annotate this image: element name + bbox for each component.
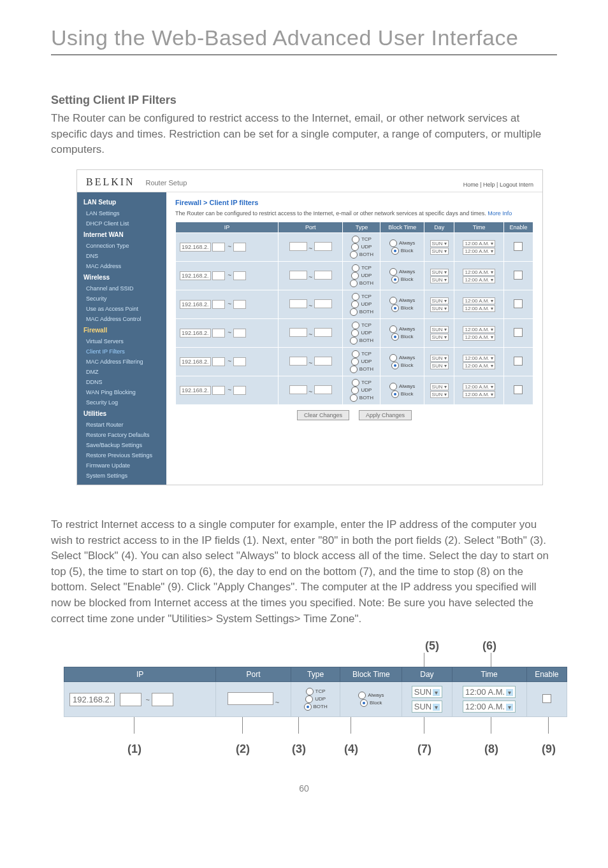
sidebar-item[interactable]: Restore Previous Settings	[77, 450, 166, 460]
port-input[interactable]	[289, 357, 307, 366]
day-select[interactable]: SUN ▾	[430, 240, 449, 247]
type-radio[interactable]	[350, 366, 358, 373]
top-links[interactable]: Home | Help | Logout Intern	[463, 181, 533, 188]
ip-start-input[interactable]	[120, 693, 141, 706]
block-radio[interactable]	[389, 325, 397, 333]
enable-checkbox[interactable]	[514, 385, 523, 394]
sidebar-item[interactable]: Security Log	[77, 397, 166, 408]
type-radio[interactable]	[351, 387, 359, 394]
sidebar-item[interactable]: Client IP Filters	[77, 346, 166, 357]
sidebar-item[interactable]: Virtual Servers	[77, 336, 166, 346]
port-input[interactable]	[289, 385, 307, 394]
block-always-radio[interactable]	[358, 692, 366, 699]
block-radio[interactable]	[391, 390, 399, 398]
enable-checkbox[interactable]	[514, 299, 523, 308]
sidebar-item[interactable]: DDNS	[77, 377, 166, 387]
enable-checkbox[interactable]	[514, 271, 523, 280]
port-input[interactable]	[314, 242, 332, 251]
port-input[interactable]	[289, 271, 307, 280]
sidebar-item[interactable]: DMZ	[77, 367, 166, 377]
sidebar-item[interactable]: Channel and SSID	[77, 283, 166, 294]
day-end-select[interactable]: SUN▾	[412, 701, 442, 713]
ip-input[interactable]	[212, 386, 225, 395]
port-input[interactable]	[314, 271, 332, 280]
day-select[interactable]: SUN ▾	[430, 383, 449, 390]
more-info-link[interactable]: More Info	[488, 210, 512, 217]
type-radio[interactable]	[350, 308, 358, 316]
block-radio[interactable]	[391, 276, 399, 283]
type-both-radio[interactable]	[304, 703, 312, 711]
block-radio[interactable]	[389, 354, 397, 362]
type-radio[interactable]	[351, 272, 359, 280]
day-select[interactable]: SUN ▾	[430, 334, 449, 341]
type-radio[interactable]	[352, 293, 359, 301]
ip-input[interactable]	[233, 243, 246, 252]
block-radio[interactable]	[391, 247, 399, 255]
port-input[interactable]	[314, 299, 332, 308]
block-radio[interactable]	[389, 383, 397, 390]
ip-input[interactable]	[212, 329, 225, 338]
port-start-input[interactable]	[228, 692, 273, 705]
type-radio[interactable]	[352, 322, 359, 329]
day-start-select[interactable]: SUN▾	[412, 686, 442, 698]
port-input[interactable]	[314, 385, 332, 394]
port-input[interactable]	[289, 242, 307, 251]
ip-input[interactable]	[233, 357, 246, 366]
sidebar-item[interactable]: Use as Access Point	[77, 304, 166, 314]
time-select[interactable]: 12:00 A.M. ▾	[463, 276, 495, 283]
day-select[interactable]: SUN ▾	[430, 362, 449, 369]
time-select[interactable]: 12:00 A.M. ▾	[463, 269, 495, 276]
sidebar-item[interactable]: DNS	[77, 251, 166, 261]
day-select[interactable]: SUN ▾	[430, 248, 449, 255]
time-start-select[interactable]: 12:00 A.M.▾	[463, 686, 516, 698]
time-select[interactable]: 12:00 A.M. ▾	[463, 297, 495, 304]
type-radio[interactable]	[352, 350, 359, 358]
type-radio[interactable]	[352, 264, 359, 272]
enable-checkbox[interactable]	[514, 328, 523, 337]
sidebar-item[interactable]: MAC Address	[77, 261, 166, 271]
sidebar-item[interactable]: Security	[77, 294, 166, 304]
ip-input[interactable]	[212, 243, 225, 252]
type-radio[interactable]	[351, 329, 359, 337]
type-radio[interactable]	[350, 337, 358, 345]
type-tcp-radio[interactable]	[306, 688, 314, 695]
time-end-select[interactable]: 12:00 A.M.▾	[463, 701, 516, 713]
sidebar-item[interactable]: Connection Type	[77, 241, 166, 251]
time-select[interactable]: 12:00 A.M. ▾	[463, 326, 495, 333]
ip-input[interactable]	[233, 271, 246, 280]
ip-input[interactable]	[233, 300, 246, 309]
sidebar-item[interactable]: Firmware Update	[77, 460, 166, 471]
type-radio[interactable]	[350, 280, 358, 287]
ip-input[interactable]	[212, 357, 225, 366]
ip-input[interactable]	[233, 329, 246, 338]
sidebar-item[interactable]: WAN Ping Blocking	[77, 387, 166, 397]
port-input[interactable]	[314, 328, 332, 337]
enable-checkbox[interactable]	[514, 242, 523, 251]
port-input[interactable]	[314, 357, 332, 366]
sidebar-item[interactable]: DHCP Client List	[77, 218, 166, 229]
time-select[interactable]: 12:00 A.M. ▾	[463, 391, 495, 398]
type-udp-radio[interactable]	[305, 695, 313, 703]
sidebar-item[interactable]: Restore Factory Defaults	[77, 430, 166, 440]
day-select[interactable]: SUN ▾	[430, 276, 449, 283]
day-select[interactable]: SUN ▾	[430, 355, 449, 362]
type-radio[interactable]	[351, 358, 359, 366]
ip-input[interactable]	[212, 300, 225, 309]
sidebar-item[interactable]: Save/Backup Settings	[77, 440, 166, 450]
type-radio[interactable]	[352, 236, 359, 243]
type-radio[interactable]	[350, 394, 358, 402]
port-input[interactable]	[289, 299, 307, 308]
ip-input[interactable]	[212, 271, 225, 280]
ip-end-input[interactable]	[152, 693, 173, 706]
block-radio[interactable]	[391, 362, 399, 369]
ip-input[interactable]	[233, 386, 246, 395]
time-select[interactable]: 12:00 A.M. ▾	[463, 248, 495, 255]
type-radio[interactable]	[351, 301, 359, 308]
type-radio[interactable]	[351, 243, 359, 251]
clear-changes-button[interactable]: Clear Changes	[297, 410, 349, 420]
block-radio[interactable]	[391, 304, 399, 312]
port-input[interactable]	[289, 328, 307, 337]
sidebar-item[interactable]: MAC Address Filtering	[77, 357, 166, 367]
day-select[interactable]: SUN ▾	[430, 391, 449, 398]
sidebar-item[interactable]: Restart Router	[77, 420, 166, 430]
